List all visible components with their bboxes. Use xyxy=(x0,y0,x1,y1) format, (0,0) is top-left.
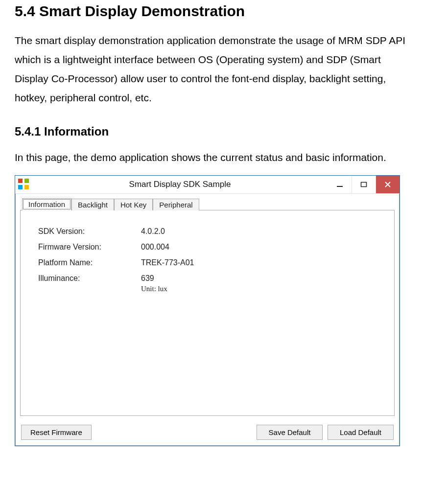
subsection-intro: In this page, the demo application shows… xyxy=(15,148,408,167)
app-icon xyxy=(18,179,29,189)
info-label: Platform Name: xyxy=(38,258,141,267)
maximize-icon xyxy=(360,181,367,188)
tab-backlight[interactable]: Backlight xyxy=(71,199,114,210)
save-default-button[interactable]: Save Default xyxy=(257,425,323,440)
info-label: Firmware Version: xyxy=(38,243,141,252)
close-button[interactable] xyxy=(376,176,400,193)
svg-rect-0 xyxy=(337,186,343,187)
footer-buttons: Reset Firmware Save Default Load Default xyxy=(15,421,400,446)
info-row: Platform Name:TREK-773-A01 xyxy=(38,258,381,267)
info-row: Firmware Version:000.004 xyxy=(38,243,381,252)
spacer xyxy=(92,425,257,440)
section-heading: 5.4 Smart Display Demonstration xyxy=(15,3,408,20)
tabstrip: InformationBacklightHot KeyPeripheral xyxy=(20,198,395,210)
load-default-button[interactable]: Load Default xyxy=(328,425,394,440)
close-icon xyxy=(384,181,391,188)
info-value: 000.004 xyxy=(141,243,381,252)
illuminance-unit: Unit: lux xyxy=(141,285,381,293)
tab-information[interactable]: Information xyxy=(22,198,71,210)
info-row: SDK Version:4.0.2.0 xyxy=(38,227,381,236)
info-value: TREK-773-A01 xyxy=(141,258,381,267)
info-row: Illuminance:639 xyxy=(38,274,381,283)
maximize-button[interactable] xyxy=(352,176,376,193)
titlebar: Smart Display SDK Sample xyxy=(15,176,400,194)
reset-firmware-button[interactable]: Reset Firmware xyxy=(21,425,92,440)
window-client-area: InformationBacklightHot KeyPeripheral SD… xyxy=(15,194,400,421)
tab-panel-information: SDK Version:4.0.2.0Firmware Version:000.… xyxy=(20,210,395,416)
svg-rect-1 xyxy=(361,183,367,187)
info-value: 4.0.2.0 xyxy=(141,227,381,236)
window-title: Smart Display SDK Sample xyxy=(32,180,328,189)
info-label: Illuminance: xyxy=(38,274,141,283)
info-label: SDK Version: xyxy=(38,227,141,236)
minimize-button[interactable] xyxy=(328,176,352,193)
info-value: 639 xyxy=(141,274,381,283)
window-controls xyxy=(328,176,400,193)
subsection-heading: 5.4.1 Information xyxy=(15,125,408,138)
tab-peripheral[interactable]: Peripheral xyxy=(153,199,199,210)
app-window: Smart Display SDK Sample InformationBack… xyxy=(15,175,400,446)
section-intro: The smart display demonstration applicat… xyxy=(15,31,408,107)
tab-hot-key[interactable]: Hot Key xyxy=(114,199,153,210)
minimize-icon xyxy=(336,181,343,188)
